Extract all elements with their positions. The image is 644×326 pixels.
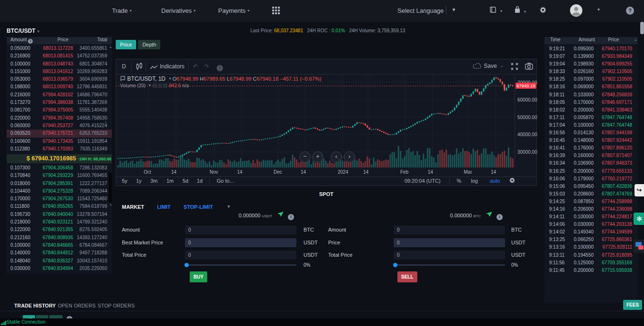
axis-settings-gear-icon[interactable] <box>509 177 515 185</box>
tab-stop-limit[interactable]: STOP-LIMIT <box>184 204 213 210</box>
panel-collapse-handle[interactable]: › <box>105 117 109 127</box>
order-book-row[interactable]: 0.17327067994.38603811781.387269 <box>7 99 112 106</box>
help-icon[interactable]: ? <box>626 7 634 15</box>
candle-style-icon[interactable] <box>136 63 143 72</box>
trade-history-row[interactable]: 9:15:060.09545067807.432836 <box>544 183 638 190</box>
chart-plot-area[interactable]: BTC/USDT, 1D ▾ O67948.99 H67989.65 L6794… <box>116 74 515 168</box>
trade-history-row[interactable]: 9:16:250.20000067779.655133 <box>544 168 638 175</box>
sell-price-input[interactable] <box>394 238 505 247</box>
time-axis[interactable]: Oct14Nov14Dec14202414Feb14Mar14 <box>116 168 536 177</box>
undo-icon[interactable]: ↶ <box>193 63 198 70</box>
trade-history-row[interactable]: 9:13:250.06625067725.860361 <box>544 236 638 243</box>
order-book-row[interactable]: 0.19573067840.94004013278.507194 <box>7 211 112 218</box>
interval-button[interactable]: D <box>122 63 126 70</box>
order-book-row[interactable]: 0.21800067840.92312114789.321240 <box>7 218 112 226</box>
trade-history-row[interactable]: 9:16:340.10690067807.846373 <box>544 159 638 167</box>
order-book-row[interactable]: 0.14804067840.83632710043.157410 <box>7 257 112 265</box>
order-book-row[interactable]: 0.06000067940.2537274076.415224 <box>7 122 112 130</box>
tab-open-orders[interactable]: OPEN ORDERS <box>58 303 96 308</box>
trade-history-row[interactable]: 9:14:250.08785067744.258998 <box>544 198 638 205</box>
order-book-row[interactable]: 0.16060067940.17343510911.191854 <box>7 138 112 145</box>
transfer-icon[interactable] <box>486 211 493 218</box>
trade-history-row[interactable]: 9:14:060.03000067744.203138 <box>544 221 638 228</box>
volume-indicator-label[interactable]: Volume (20) <box>120 83 146 88</box>
range-1d[interactable]: 1d <box>197 178 202 184</box>
apps-grid-icon[interactable] <box>272 7 281 15</box>
order-book-row[interactable]: 0.21690068013.08141514752.037359 <box>7 52 112 60</box>
nav-trade[interactable]: Trade▾ <box>112 7 132 14</box>
sell-amount-input[interactable] <box>394 225 505 234</box>
sell-total-input[interactable] <box>394 251 505 260</box>
trade-history-row[interactable]: 9:15:030.20860067807.474769 <box>544 190 638 198</box>
order-book-row[interactable]: 0.14000067840.8449129497.718288 <box>7 249 112 257</box>
orders-book-icon[interactable]: ▾ <box>489 6 502 14</box>
trade-history-row[interactable]: 9:16:560.01413067807.944198 <box>544 129 638 137</box>
nav-payments[interactable]: Payments▾ <box>218 7 249 14</box>
legend-symbol[interactable]: BTC/USDT, 1D <box>127 75 166 82</box>
redo-icon[interactable]: ↷ <box>204 63 209 70</box>
tab-market[interactable]: MARKET <box>122 204 144 210</box>
scroll-left-icon[interactable]: ‹ <box>331 151 342 163</box>
share-overlay-icon[interactable]: ↪ <box>635 184 644 196</box>
trade-history-row[interactable]: 9:17:040.10000067847.764748 <box>544 121 638 129</box>
order-book-row[interactable]: 0.17000067904.26753011543.725480 <box>7 195 112 203</box>
tab-stop-orders[interactable]: STOP ORDERS <box>98 303 135 308</box>
chat-overlay-icon[interactable] <box>634 240 644 253</box>
indicators-zigzag-icon[interactable] <box>150 65 158 71</box>
order-book-row[interactable]: 0.21600067994.42810214686.796470 <box>7 91 112 99</box>
assistant-overlay-icon[interactable]: ✻ <box>634 213 644 225</box>
chart-info-icon[interactable]: i <box>217 63 223 71</box>
trade-history-row[interactable]: 9:18:250.09700067902.110505 <box>544 75 638 83</box>
tab-trade-history[interactable]: TRADE HISTORY <box>14 303 56 308</box>
range-3m[interactable]: 3m <box>150 178 157 184</box>
log-scale-button[interactable]: log <box>471 178 478 184</box>
order-book-row[interactable]: 0.10440067904.2753287089.206344 <box>7 187 112 195</box>
sell-button[interactable]: SELL <box>397 271 417 282</box>
wallet-bag-icon[interactable]: ▾ <box>514 6 526 15</box>
order-book-row[interactable]: 0.10000067840.8466656784.084667 <box>7 242 112 249</box>
current-price-row[interactable]: $ 67940.17016985 ↑24H H: 68,060.68 <box>7 154 112 163</box>
buy-price-input[interactable] <box>185 238 296 247</box>
clock-utc[interactable]: 09:20:04 (UTC) <box>405 178 441 184</box>
order-book-row[interactable]: 0.05000068013.1172283400.655861 <box>7 45 112 52</box>
trade-history-row[interactable]: 9:13:160.10000067725.828111 <box>544 243 638 251</box>
indicators-button[interactable]: Indicators <box>160 63 184 70</box>
order-book-row[interactable]: 0.22000067994.35740814958.758630 <box>7 114 112 122</box>
trade-history-row[interactable]: 9:11:560.12500067709.355169 <box>544 259 638 267</box>
order-book-row[interactable]: 0.05300068013.0365793604.690939 <box>7 75 112 83</box>
trade-history-row[interactable]: 9:18:050.17000067846.697171 <box>544 99 638 106</box>
order-book-row[interactable]: 0.09352067940.1757216353.765233 <box>7 130 112 137</box>
trade-history-row[interactable]: 9:18:330.02616067902.110505 <box>544 68 638 75</box>
order-book-row[interactable]: 0.12200067840.9213558276.592405 <box>7 226 112 233</box>
auto-scale-button[interactable]: auto <box>490 178 500 184</box>
zoom-out-icon[interactable]: − <box>299 151 311 163</box>
trade-history-row[interactable]: 9:14:110.10000067744.224817 <box>544 213 638 221</box>
trade-history-row[interactable]: 9:17:110.00587067847.764748 <box>544 114 638 121</box>
info-icon[interactable]: i <box>497 214 503 220</box>
nav-derivatives[interactable]: Derivatives▾ <box>161 7 195 14</box>
scroll-up-icon[interactable]: ▴ <box>635 38 636 42</box>
trade-history-row[interactable]: 9:16:410.17600067807.896120 <box>544 144 638 152</box>
select-language[interactable]: Select Language <box>397 7 444 14</box>
sell-amount-slider[interactable] <box>394 264 505 266</box>
page-scrollbar-thumb[interactable] <box>640 22 644 34</box>
slider-handle[interactable] <box>184 263 189 267</box>
cloud-save-button[interactable]: Save ⌄ <box>473 63 504 69</box>
info-icon[interactable]: i <box>28 39 33 44</box>
order-book-row[interactable]: 0.08170067994.3750055555.140438 <box>7 106 112 114</box>
buy-button[interactable]: BUY <box>190 271 207 282</box>
trade-history-row[interactable]: 9:19:070.13990067933.984349 <box>544 53 638 60</box>
order-book-row[interactable]: 0.15100068013.04161210269.969283 <box>7 68 112 75</box>
goto-button[interactable]: Go to... <box>217 178 234 184</box>
tab-depth[interactable]: Depth <box>138 40 160 49</box>
scroll-down-icon[interactable]: ▾ <box>110 203 111 207</box>
order-book-row[interactable]: 0.03000067840.8349942035.225050 <box>7 265 112 272</box>
language-dropdown-icon[interactable]: ▼ <box>451 7 456 12</box>
tab-limit[interactable]: LIMIT <box>157 204 171 210</box>
order-book-row[interactable]: 0.17084067904.29322911600.769455 <box>7 172 112 179</box>
order-book-row[interactable]: 0.10730067904.3064587286.132083 <box>7 164 112 172</box>
trade-history-row[interactable]: 9:18:020.20000067841.338463 <box>544 106 638 114</box>
buy-amount-slider[interactable] <box>185 264 296 266</box>
order-book-row[interactable]: 0.11238067940.1703937635.116349 <box>7 145 112 153</box>
camera-snapshot-icon[interactable] <box>525 63 533 71</box>
